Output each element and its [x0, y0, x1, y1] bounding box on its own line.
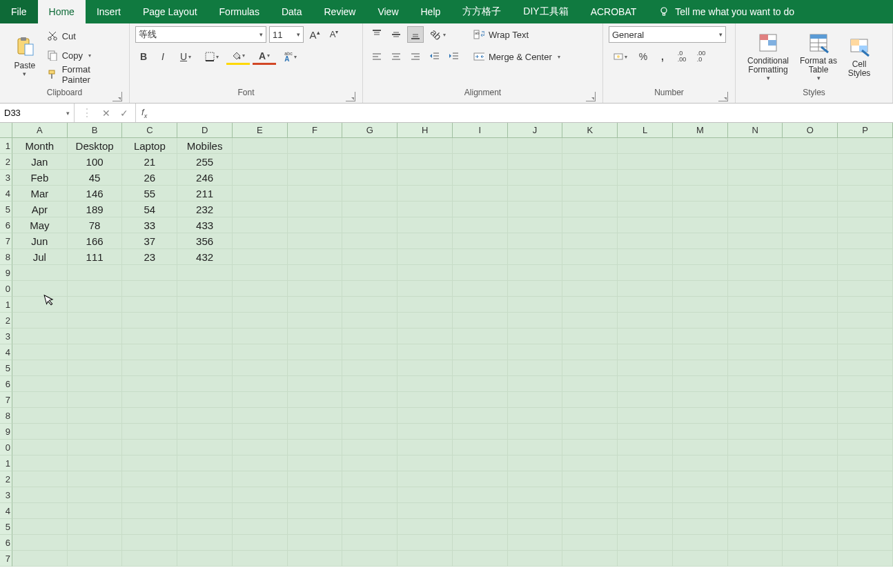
cell[interactable] [12, 329, 68, 344]
cell[interactable] [508, 392, 563, 408]
cell[interactable] [398, 519, 453, 535]
cell[interactable] [453, 329, 508, 344]
cell[interactable] [12, 503, 68, 519]
cell[interactable] [838, 487, 893, 503]
cell[interactable] [233, 440, 288, 455]
cell[interactable] [508, 376, 563, 392]
cell[interactable] [728, 297, 783, 313]
format-painter-button[interactable]: Format Painter [44, 66, 124, 83]
cell[interactable] [288, 424, 343, 440]
cell[interactable] [673, 503, 728, 519]
cell[interactable] [838, 313, 893, 329]
cell[interactable] [398, 535, 453, 551]
cell[interactable] [783, 551, 838, 567]
cell[interactable] [838, 249, 893, 265]
cell[interactable] [673, 360, 728, 376]
cell[interactable] [618, 186, 673, 202]
cell[interactable] [618, 360, 673, 376]
cell[interactable] [288, 217, 343, 233]
tab-ffgz[interactable]: 方方格子 [451, 0, 512, 23]
cell[interactable] [618, 440, 673, 455]
row-header[interactable]: 1 [0, 455, 12, 471]
cell[interactable] [673, 265, 728, 281]
cell[interactable] [398, 265, 453, 281]
cell[interactable] [177, 551, 233, 567]
cell[interactable]: Month [12, 138, 68, 154]
align-middle-button[interactable] [388, 26, 404, 43]
cell[interactable] [618, 408, 673, 424]
cell[interactable] [12, 392, 68, 408]
cell[interactable] [68, 392, 123, 408]
cell[interactable] [398, 170, 453, 186]
cell[interactable] [783, 202, 838, 217]
cell[interactable] [783, 376, 838, 392]
cell[interactable] [288, 329, 343, 344]
cell[interactable] [122, 471, 177, 487]
row-header[interactable]: 2 [0, 154, 12, 170]
align-right-button[interactable] [407, 48, 424, 65]
cell[interactable] [233, 154, 288, 170]
cell[interactable] [508, 138, 563, 154]
cell[interactable] [398, 297, 453, 313]
cell[interactable] [122, 297, 177, 313]
cell[interactable] [68, 503, 123, 519]
cell[interactable] [618, 202, 673, 217]
cell[interactable] [177, 360, 233, 376]
cell[interactable] [398, 186, 453, 202]
cell[interactable] [233, 392, 288, 408]
cell[interactable] [673, 202, 728, 217]
formula-input[interactable] [153, 104, 893, 122]
cell[interactable] [453, 376, 508, 392]
cell[interactable] [68, 519, 123, 535]
cell[interactable] [838, 186, 893, 202]
increase-indent-button[interactable] [446, 48, 462, 65]
cell[interactable]: 246 [177, 170, 233, 186]
cell[interactable]: 55 [122, 186, 177, 202]
cell[interactable]: Desktop [68, 138, 123, 154]
cell[interactable] [838, 551, 893, 567]
cell[interactable] [728, 551, 783, 567]
cell[interactable] [342, 376, 398, 392]
cell[interactable] [673, 455, 728, 471]
cell[interactable] [288, 487, 343, 503]
cell[interactable] [12, 297, 68, 313]
cell[interactable] [12, 424, 68, 440]
cell[interactable]: Feb [12, 170, 68, 186]
cell[interactable] [838, 408, 893, 424]
cell[interactable] [122, 455, 177, 471]
cell[interactable] [453, 265, 508, 281]
column-header[interactable]: E [233, 123, 288, 138]
cell[interactable] [838, 440, 893, 455]
cell[interactable] [838, 233, 893, 249]
cell[interactable] [398, 392, 453, 408]
cell[interactable] [508, 360, 563, 376]
cell[interactable] [122, 392, 177, 408]
cell[interactable] [398, 344, 453, 360]
cell[interactable] [68, 535, 123, 551]
cell[interactable] [562, 344, 618, 360]
cell[interactable] [728, 503, 783, 519]
cell[interactable] [453, 313, 508, 329]
cell[interactable] [12, 344, 68, 360]
cell[interactable] [177, 344, 233, 360]
underline-button[interactable]: U▾ [174, 48, 197, 65]
cell[interactable] [508, 233, 563, 249]
cell[interactable] [562, 154, 618, 170]
cell[interactable] [342, 217, 398, 233]
cell[interactable]: 432 [177, 249, 233, 265]
paste-button[interactable]: Paste ▾ [6, 26, 44, 87]
cell[interactable] [398, 281, 453, 297]
decrease-indent-button[interactable] [426, 48, 443, 65]
cell[interactable] [728, 471, 783, 487]
cell[interactable] [508, 265, 563, 281]
tab-page-layout[interactable]: Page Layout [132, 0, 208, 23]
cell[interactable] [562, 455, 618, 471]
cell[interactable] [508, 202, 563, 217]
row-header[interactable]: 2 [0, 471, 12, 487]
cell[interactable] [177, 408, 233, 424]
cell[interactable] [342, 551, 398, 567]
cell[interactable] [562, 202, 618, 217]
cell[interactable] [838, 154, 893, 170]
cell[interactable] [342, 487, 398, 503]
cell[interactable] [12, 471, 68, 487]
